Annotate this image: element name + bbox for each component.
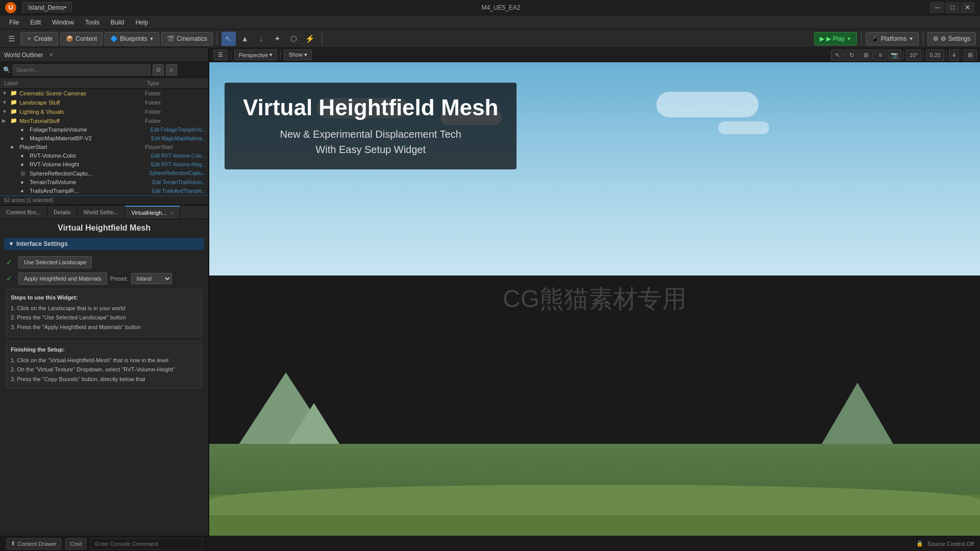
vp-mode-button[interactable]: ≡ [874,49,887,61]
interface-settings-header[interactable]: ▼ Interface Settings [4,238,204,250]
viewport-hamburger-button[interactable]: ☰ [213,49,228,60]
tab-virtual-heightfield[interactable]: VirtualHeigh... ✕ [125,206,180,219]
list-item[interactable]: ● MagicMapMaterialBP-V2 Edit MagicMapMat… [0,134,208,143]
tab-details[interactable]: Details [47,206,78,218]
outliner-filter-button[interactable]: ⚙ [153,64,164,76]
vp-zoom-button[interactable]: 0.25 [926,49,944,61]
menu-help[interactable]: Help [130,17,153,28]
play-button[interactable]: ▶ ▶ Play ▼ [814,32,857,45]
maximize-button[interactable]: □ [945,2,960,13]
tab-world-settings[interactable]: World Settin... [78,206,126,218]
list-item[interactable]: ● PlayerStart PlayerStart [0,143,208,152]
landscape-mode-button[interactable]: ↓ [254,32,268,46]
vp-layers-button[interactable]: 4 [949,49,959,61]
create-button[interactable]: ＋ Create [20,32,58,45]
row-label: PlayerStart [19,144,145,150]
vp-transform-button[interactable]: ↖ [831,49,844,61]
row-edit: Edit TrailsAndTrample... [152,188,206,194]
section-title: Interface Settings [16,240,68,247]
row-label: TerrainTrailVolume [30,179,152,185]
menu-edit[interactable]: Edit [25,17,46,28]
folder-icon: 📁 [10,117,18,124]
platforms-button[interactable]: 📱 Platforms ▼ [866,32,919,45]
list-item[interactable]: ▼ 📁 Cinematic Scene Cameras Folder [0,89,208,98]
list-item[interactable]: ● RVT-Volume-Color Edit RVT-Volume-Colo.… [0,152,208,160]
vp-scale-button[interactable]: ⊞ [860,49,873,61]
list-item[interactable]: ◎ SphereReflectionCaptu... SphereReflect… [0,169,208,178]
search-input[interactable] [13,64,151,76]
toolbar-separator-2 [322,33,322,45]
console-input[interactable] [90,538,203,549]
blueprints-button[interactable]: 🔷 Blueprints ▼ [105,32,159,45]
expand-icon: ▶ [2,118,10,123]
step-2: 2. Press the "Use Selected Landscape" bu… [11,313,198,322]
toolbar-separator-1 [217,33,217,45]
menu-file[interactable]: File [4,17,24,28]
list-item[interactable]: ▼ 📁 Landscape Stuff Folder [0,98,208,107]
window-controls: ─ □ ✕ [930,2,975,13]
list-item[interactable]: ▼ 📁 Lighting & Visuals Folder [0,107,208,116]
tab-content-browser[interactable]: Content Bro... [0,206,47,218]
cmd-button[interactable]: Cmd [65,538,86,549]
type-column-header[interactable]: Type [145,79,206,87]
main-area: World Outliner ✕ 🔍 ⚙ ≡ Label Type ▼ 📁 Ci… [0,48,980,536]
overlay-sub1: New & Experimental Displacement Tech [243,127,498,142]
menu-build[interactable]: Build [106,17,130,28]
sidebar-toggle-button[interactable]: ☰ [4,32,18,46]
minimize-button[interactable]: ─ [930,2,944,13]
list-item[interactable]: ● TerrainTrailVolume Edit TerrainTrailVo… [0,178,208,187]
outliner-title: World Outliner [4,52,43,59]
perspective-button[interactable]: Perspective ▾ [234,49,277,60]
interface-settings-content: ✓ Use Selected Landscape ✓ Apply Heightf… [4,253,204,396]
window-title: M4_UE5_EA2 [481,4,520,11]
preset-dropdown[interactable]: Island Desert Mountain Custom [131,273,172,284]
use-selected-landscape-button[interactable]: Use Selected Landscape [18,256,92,268]
foliage-mode-button[interactable]: ✦ [271,32,285,46]
menu-tools[interactable]: Tools [80,17,105,28]
outliner-close-button[interactable]: ✕ [47,51,55,59]
list-item[interactable]: ● TrailsAndTramplR... Edit TrailsAndTram… [0,187,208,195]
cmd-label: Cmd [70,541,82,547]
close-button[interactable]: ✕ [961,2,975,13]
apply-heightfield-button[interactable]: Apply Heightfield and Materials [18,272,107,285]
vp-rotate-button[interactable]: ↻ [845,49,859,61]
label-column-header[interactable]: Label [2,79,145,87]
project-tab[interactable]: Island_Demo• [22,2,72,13]
tab-close-icon[interactable]: ✕ [169,210,174,216]
step-1: 1. Click on the Landscape that is in you… [11,304,198,313]
vp-fov-button[interactable]: 10° [906,49,922,61]
mesh-paint-button[interactable]: ⬡ [287,32,301,46]
content-button[interactable]: 📦 Content [60,32,103,45]
outliner-search-bar: 🔍 ⚙ ≡ [0,62,208,78]
show-button[interactable]: Show ▾ [284,49,312,60]
list-item[interactable]: ● RVT-Volume-Height Edit RVT-Volume-Heig… [0,160,208,169]
cinematics-icon: 🎬 [167,35,175,42]
tabs-bar: Content Bro... Details World Settin... V… [0,206,208,219]
cinematics-button[interactable]: 🎬 Cinematics [161,32,212,45]
expand-icon: ▼ [2,99,10,105]
outliner-settings-button[interactable]: ≡ [166,64,177,76]
play-icon: ▶ [820,35,824,42]
fracture-button[interactable]: ⚡ [303,32,317,46]
folder-icon: 📁 [10,99,18,106]
list-item[interactable]: ▶ 📁 MiniTutorialStuff Folder [0,116,208,126]
finishing-step-2: 2. On the "Virtual Texture" Dropdown, se… [11,365,198,374]
expand-icon: ▼ [2,109,10,114]
vp-camera-button[interactable]: 📷 [888,49,901,61]
search-icon: 🔍 [3,66,11,73]
step-3: 3. Press the "Apply Heightfield and Mate… [11,323,198,332]
menu-window[interactable]: Window [47,17,79,28]
list-item[interactable]: ● FoliageTrampleVolume Edit FoliageTramp… [0,126,208,134]
row-label: Landscape Stuff [19,99,145,106]
preset-label: Preset: [110,276,128,282]
column-headers: Label Type [0,78,208,89]
vp-grid-button[interactable]: ⊞ [964,49,977,61]
row-edit: Edit MagicMapMateria... [151,136,206,141]
actor-icon: ● [20,153,29,159]
apply-heightfield-row: ✓ Apply Heightfield and Materials Preset… [6,272,202,285]
geometry-mode-button[interactable]: ▲ [238,32,252,46]
content-drawer-button[interactable]: ⬆ Content Drawer [6,538,61,549]
overlay-sub2: With Easy Setup Widget [243,142,498,157]
select-mode-button[interactable]: ↖ [222,32,236,46]
settings-button[interactable]: ⚙ ⚙ Settings [927,32,976,45]
